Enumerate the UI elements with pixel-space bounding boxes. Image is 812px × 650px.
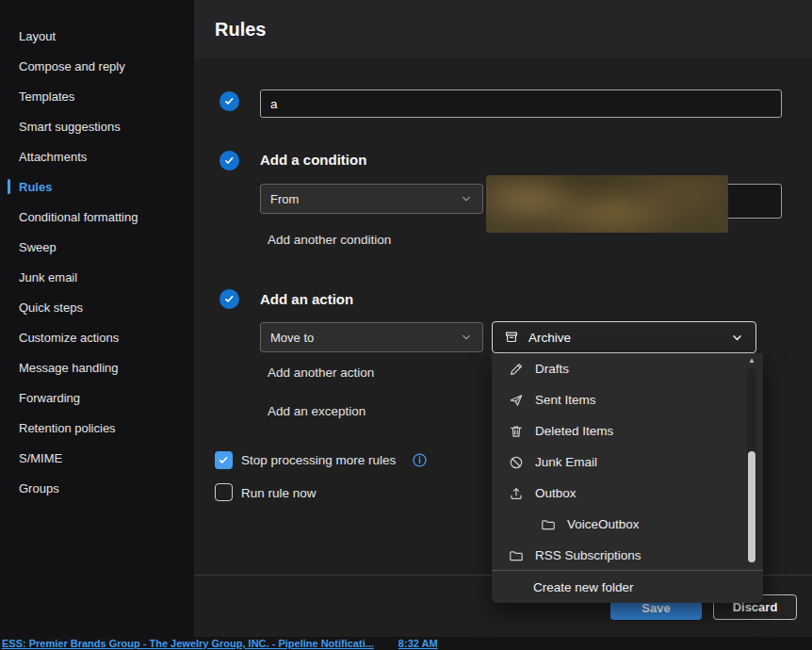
scroll-up-icon[interactable]: ▲ (748, 356, 755, 365)
sidebar-item-label: Retention policies (19, 421, 116, 435)
action-type-select[interactable]: Move to (260, 322, 483, 352)
sidebar-item-label: Junk email (19, 270, 77, 284)
sidebar-item-smart-suggestions[interactable]: Smart suggestions (0, 111, 194, 141)
folder-option-rss-subscriptions[interactable]: RSS Subscriptions (492, 540, 763, 570)
folder-option-label: RSS Subscriptions (535, 548, 641, 562)
action-heading: Add an action (260, 291, 353, 307)
rule-name-step-check-icon (219, 91, 239, 111)
info-icon[interactable] (412, 452, 428, 468)
scrollbar-thumb[interactable] (748, 451, 755, 562)
background-window-strip: ESS: Premier Brands Group - The Jewelry … (0, 637, 812, 650)
folder-option-label: Junk Email (535, 455, 597, 469)
condition-type-select[interactable]: From (260, 184, 483, 214)
stop-processing-label[interactable]: Stop processing more rules (241, 453, 396, 467)
folder-option-voiceoutbox[interactable]: VoiceOutbox (492, 509, 763, 540)
page-header: Rules (194, 0, 812, 58)
sidebar-item-label: Compose and reply (19, 59, 125, 73)
condition-type-value: From (270, 192, 299, 206)
chevron-down-icon (460, 192, 473, 205)
archive-icon (504, 330, 519, 345)
sidebar-item-label: Smart suggestions (19, 120, 121, 134)
sidebar-item-label: Attachments (19, 150, 87, 164)
sidebar-item-label: S/MIME (19, 451, 62, 465)
create-new-folder-item[interactable]: Create new folder (492, 571, 763, 603)
condition-heading: Add a condition (260, 152, 366, 168)
drafts-icon (509, 362, 524, 377)
settings-window: LayoutCompose and replyTemplatesSmart su… (0, 0, 812, 650)
sidebar-item-conditional-formatting[interactable]: Conditional formatting (0, 202, 194, 232)
folder-option-label: Deleted Items (535, 424, 613, 438)
sidebar-item-label: Groups (19, 481, 59, 496)
folder-option-deleted-items[interactable]: Deleted Items (492, 415, 763, 447)
sidebar-item-label: Layout (19, 29, 56, 43)
outbox-icon (509, 486, 524, 501)
folder-dropdown-list: DraftsSent ItemsDeleted ItemsJunk EmailO… (492, 353, 763, 570)
run-rule-now-checkbox[interactable] (215, 483, 233, 501)
add-exception-link[interactable]: Add an exception (268, 404, 365, 418)
sidebar-item-forwarding[interactable]: Forwarding (0, 382, 194, 413)
sidebar-item-label: Conditional formatting (19, 210, 138, 224)
folder-option-junk-email[interactable]: Junk Email (492, 447, 763, 478)
sidebar-item-rules[interactable]: Rules (0, 171, 194, 202)
run-rule-now-label[interactable]: Run rule now (241, 486, 317, 500)
sidebar-item-layout[interactable]: Layout (0, 21, 194, 51)
folder-option-label: VoiceOutbox (567, 517, 640, 531)
background-window-time: 8:32 AM (398, 638, 438, 649)
chevron-down-icon (730, 331, 744, 345)
sidebar-item-label: Rules (19, 180, 52, 194)
sidebar-item-label: Customize actions (19, 331, 119, 345)
sidebar-item-label: Quick steps (19, 301, 83, 315)
folder-select-value: Archive (528, 331, 571, 345)
sidebar-item-label: Message handling (19, 361, 119, 375)
condition-value-input[interactable] (487, 184, 782, 219)
sidebar-nav: LayoutCompose and replyTemplatesSmart su… (0, 0, 194, 637)
folder-option-outbox[interactable]: Outbox (492, 478, 763, 509)
sent-items-icon (509, 393, 524, 408)
rule-name-input[interactable] (260, 89, 782, 118)
deleted-items-icon (509, 424, 524, 439)
action-type-value: Move to (270, 331, 314, 345)
sidebar-item-customize-actions[interactable]: Customize actions (0, 322, 194, 352)
sidebar-item-sweep[interactable]: Sweep (0, 232, 194, 262)
sidebar-item-junk-email[interactable]: Junk email (0, 262, 194, 292)
add-action-link[interactable]: Add another action (268, 366, 374, 380)
condition-step-check-icon (219, 151, 239, 171)
folder-option-label: Drafts (535, 362, 569, 376)
folder-option-label: Sent Items (535, 393, 596, 407)
folder-icon (541, 517, 556, 532)
chevron-down-icon (460, 331, 473, 344)
add-condition-link[interactable]: Add another condition (268, 233, 391, 247)
sidebar-item-label: Templates (19, 89, 74, 104)
action-step-check-icon (219, 289, 239, 309)
junk-email-icon (509, 455, 524, 470)
page-title: Rules (215, 19, 266, 41)
folder-option-drafts[interactable]: Drafts (492, 353, 763, 384)
stop-processing-checkbox[interactable] (215, 451, 233, 469)
sidebar-item-compose-and-reply[interactable]: Compose and reply (0, 51, 194, 81)
sidebar-item-s-mime[interactable]: S/MIME (0, 443, 194, 473)
sidebar-item-label: Forwarding (19, 391, 80, 405)
sidebar-item-groups[interactable]: Groups (0, 473, 194, 503)
sidebar-item-retention-policies[interactable]: Retention policies (0, 413, 194, 443)
folder-select-combobox[interactable]: Archive (492, 321, 756, 353)
sidebar-item-label: Sweep (19, 240, 57, 254)
folder-option-sent-items[interactable]: Sent Items (492, 384, 763, 415)
sidebar-item-quick-steps[interactable]: Quick steps (0, 292, 194, 322)
folder-option-label: Outbox (535, 486, 577, 500)
folder-dropdown-menu: DraftsSent ItemsDeleted ItemsJunk EmailO… (492, 353, 763, 603)
folder-icon (509, 548, 524, 563)
sidebar-item-attachments[interactable]: Attachments (0, 141, 194, 171)
sidebar-item-message-handling[interactable]: Message handling (0, 352, 194, 382)
background-window-title[interactable]: ESS: Premier Brands Group - The Jewelry … (2, 638, 374, 649)
sidebar-item-templates[interactable]: Templates (0, 81, 194, 111)
